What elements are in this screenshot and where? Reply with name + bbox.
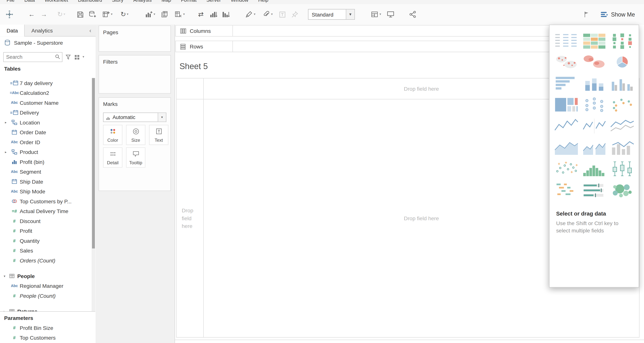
menu-data[interactable]: Data bbox=[24, 0, 35, 3]
marks-text-button[interactable]: Text bbox=[149, 125, 168, 145]
showme-filled-map[interactable] bbox=[581, 53, 608, 71]
sidebar-scrollbar[interactable] bbox=[92, 78, 96, 312]
pages-card[interactable]: Pages bbox=[98, 26, 171, 52]
showme-stacked-bars[interactable] bbox=[581, 74, 608, 92]
fit-select[interactable]: Standard ▼ bbox=[308, 9, 355, 20]
group-members-button[interactable]: ▾ bbox=[259, 8, 276, 21]
sort-descending-button[interactable] bbox=[219, 8, 232, 21]
field-item[interactable]: Ship Date bbox=[0, 177, 91, 186]
mark-type-dropdown[interactable]: Automatic ▾ bbox=[103, 112, 166, 122]
field-item[interactable]: AbcSegment bbox=[0, 167, 91, 177]
showme-symbol-map[interactable] bbox=[553, 53, 580, 71]
chevron-down-icon[interactable]: ▾ bbox=[82, 56, 84, 59]
showme-side-by-side-bars[interactable] bbox=[609, 74, 635, 92]
add-data-source-button[interactable] bbox=[86, 8, 98, 21]
showme-treemap[interactable] bbox=[553, 96, 580, 114]
undo-button[interactable]: ← bbox=[26, 8, 38, 21]
field-item[interactable]: Profit (bin) bbox=[0, 157, 91, 167]
field-item[interactable]: AbcOrder ID bbox=[0, 137, 91, 147]
sheet-title[interactable]: Sheet 5 bbox=[180, 62, 208, 71]
rows-shelf[interactable]: Rows bbox=[175, 41, 550, 52]
menu-server[interactable]: Server bbox=[206, 0, 221, 3]
redo-button[interactable]: → bbox=[38, 8, 50, 21]
field-item[interactable]: Order Date bbox=[0, 127, 91, 137]
expand-icon[interactable]: ▸ bbox=[0, 150, 9, 154]
showme-packed-bubbles[interactable] bbox=[609, 181, 635, 199]
field-item[interactable]: ▸Product bbox=[0, 147, 91, 157]
field-item[interactable]: ▸Location bbox=[0, 118, 91, 128]
menu-dashboard[interactable]: Dashboard bbox=[78, 0, 102, 3]
save-button[interactable] bbox=[74, 8, 86, 21]
showme-histogram[interactable] bbox=[581, 160, 608, 178]
pointer-flag-button[interactable] bbox=[580, 8, 592, 21]
showme-box-and-whisker[interactable] bbox=[609, 160, 635, 178]
showme-dual-combination[interactable] bbox=[609, 138, 635, 156]
field-item[interactable]: #Top Customers bbox=[0, 333, 96, 342]
group-item[interactable]: ▸Returns bbox=[0, 306, 91, 311]
field-item[interactable]: =7 day delivery bbox=[0, 78, 91, 88]
field-item[interactable]: #Profit bbox=[0, 226, 91, 236]
marks-detail-button[interactable]: Detail bbox=[103, 148, 122, 168]
menu-window[interactable]: Window bbox=[231, 0, 248, 3]
showme-circle-views[interactable] bbox=[581, 96, 608, 114]
show-mark-labels-button[interactable] bbox=[276, 8, 288, 21]
showme-dual-lines[interactable] bbox=[609, 117, 635, 135]
menu-format[interactable]: Format bbox=[181, 0, 196, 3]
showme-scatter-plot[interactable] bbox=[553, 160, 580, 178]
datasource-item[interactable]: Sample - Superstore bbox=[0, 36, 96, 50]
field-item[interactable]: #Discount bbox=[0, 216, 91, 226]
showme-gantt[interactable] bbox=[553, 181, 580, 199]
collapse-pane-button[interactable]: ‹ bbox=[85, 24, 96, 36]
columns-shelf[interactable]: Columns bbox=[175, 25, 550, 36]
marks-size-button[interactable]: Size bbox=[126, 125, 146, 145]
replay-animation-button[interactable]: ↻▾ bbox=[52, 8, 70, 21]
highlight-button[interactable]: ▾ bbox=[242, 8, 259, 21]
showme-bullet-graph[interactable] bbox=[581, 181, 608, 199]
show-me-button[interactable]: Show Me bbox=[600, 8, 635, 21]
menu-worksheet[interactable]: Worksheet bbox=[45, 0, 68, 3]
sort-ascending-button[interactable] bbox=[207, 8, 220, 21]
scrollbar-thumb[interactable] bbox=[92, 78, 95, 248]
showme-discrete-area[interactable] bbox=[581, 138, 608, 156]
new-worksheet-button[interactable]: ▾ bbox=[98, 8, 116, 21]
showme-pie-chart[interactable] bbox=[609, 53, 635, 71]
duplicate-sheet-button[interactable] bbox=[158, 8, 171, 21]
presentation-mode-button[interactable] bbox=[384, 8, 397, 21]
field-item[interactable]: AbcCustomer Name bbox=[0, 98, 91, 108]
search-input[interactable] bbox=[4, 52, 54, 62]
field-item[interactable]: =AbcCalculation2 bbox=[0, 88, 91, 98]
clear-sheet-button[interactable]: ▾ bbox=[171, 8, 188, 21]
field-item[interactable]: #People (Count) bbox=[0, 291, 91, 301]
expand-icon[interactable]: ▸ bbox=[0, 120, 9, 124]
field-item[interactable]: Top Customers by P... bbox=[0, 196, 91, 206]
tableau-logo-button[interactable] bbox=[4, 8, 16, 21]
marks-color-button[interactable]: Color bbox=[103, 125, 122, 145]
field-item[interactable]: #Quantity bbox=[0, 236, 91, 246]
menu-map[interactable]: Map bbox=[162, 0, 171, 3]
showme-highlight-table[interactable] bbox=[581, 32, 608, 50]
field-item[interactable]: AbcRegional Manager bbox=[0, 281, 91, 291]
showme-text-table[interactable] bbox=[553, 32, 580, 50]
menu-file[interactable]: File bbox=[6, 0, 14, 3]
filters-card[interactable]: Filters bbox=[98, 55, 171, 94]
share-workbook-button[interactable] bbox=[407, 8, 419, 21]
new-dashboard-button[interactable]: ▾ bbox=[142, 8, 159, 21]
show-hide-cards-button[interactable]: ▾ bbox=[367, 8, 384, 21]
group-item[interactable]: ▾People bbox=[0, 271, 91, 281]
tab-data[interactable]: Data bbox=[0, 24, 25, 36]
swap-rows-columns-button[interactable]: ⇄ bbox=[195, 8, 207, 21]
marks-tooltip-button[interactable]: Tooltip bbox=[126, 148, 146, 168]
field-item[interactable]: =Delivery bbox=[0, 108, 91, 118]
collapse-icon[interactable]: ▾ bbox=[0, 274, 7, 278]
view-as-grid-icon[interactable] bbox=[74, 54, 80, 60]
showme-side-by-side-circles[interactable] bbox=[609, 96, 635, 114]
chevron-down-icon[interactable]: ▾ bbox=[158, 113, 166, 122]
chevron-down-icon[interactable]: ▼ bbox=[346, 10, 354, 19]
fix-axes-button[interactable] bbox=[288, 8, 301, 21]
showme-continuous-area[interactable] bbox=[553, 138, 580, 156]
filter-funnel-icon[interactable] bbox=[65, 54, 72, 60]
drop-zone-rows[interactable]: Drop field here bbox=[177, 99, 203, 337]
menu-story[interactable]: Story bbox=[112, 0, 123, 3]
refresh-data-source-button[interactable]: ↻▾ bbox=[116, 8, 133, 21]
showme-horizontal-bars[interactable] bbox=[553, 74, 580, 92]
